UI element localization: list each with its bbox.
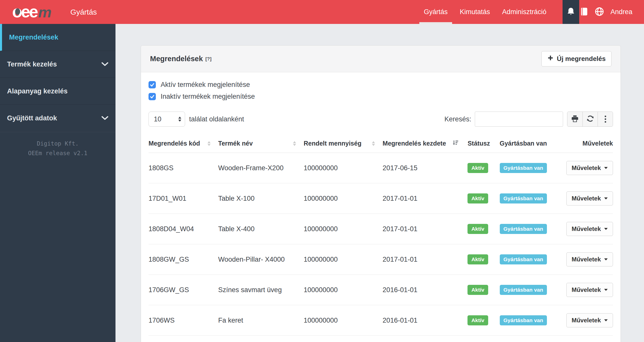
bell-icon <box>566 7 576 17</box>
sidebar-item-label: Gyűjtött adatok <box>7 114 57 122</box>
checkbox-inactive-products[interactable] <box>149 93 156 100</box>
navbar-right: Gyártás Kimutatás Adminisztráció <box>418 0 644 24</box>
column-header-gyartasban-van[interactable]: Gyártásban van <box>500 134 562 153</box>
actions-dropdown-button[interactable]: Műveletek <box>566 191 613 206</box>
cell-product-name: Wooden-Pillar- X4000 <box>218 244 304 275</box>
search-input[interactable] <box>475 112 563 127</box>
select-arrows-icon <box>178 117 181 122</box>
status-badge: Aktív <box>467 224 488 234</box>
page-title: Gyártás <box>70 8 97 16</box>
search-area: Keresés: <box>444 112 613 127</box>
table-tools <box>567 112 613 127</box>
cell-start-date: 2017-06-15 <box>383 153 467 183</box>
cell-product-name: Színes savmart üveg <box>218 275 304 305</box>
cell-quantity: 100000000 <box>304 153 383 183</box>
column-header-statusz[interactable]: Státusz <box>467 134 500 153</box>
cell-order-code: 1808D04_W04 <box>149 214 218 244</box>
page-size-label: találat oldalanként <box>189 115 244 123</box>
panel-header: Megrendelések [?] Új megrendelés <box>141 46 621 72</box>
production-badge: Gyártásban van <box>500 193 547 203</box>
language-button[interactable] <box>594 7 604 18</box>
app-logo[interactable]: oee m <box>12 0 52 24</box>
cell-order-code: 1808GS <box>149 153 218 183</box>
main-content: Megrendelések [?] Új megrendelés Aktív t… <box>115 24 644 342</box>
status-badge: Aktív <box>467 163 488 173</box>
print-button[interactable] <box>567 112 582 126</box>
nav-link-gyartas[interactable]: Gyártás <box>418 0 454 24</box>
filter-inactive-products: Inaktív termékek megjelenítése <box>149 93 613 100</box>
column-header-rendelt-mennyiseg[interactable]: Rendelt mennyiség <box>304 134 383 153</box>
cell-start-date: 2017-01-01 <box>383 214 467 244</box>
production-badge: Gyártásban van <box>500 315 547 325</box>
cell-quantity: 100000000 <box>304 183 383 214</box>
printer-icon <box>571 115 579 124</box>
table-row: 17D01_W01 Table X-100 100000000 2017-01-… <box>149 183 613 214</box>
top-navbar: oee m Gyártás Gyártás Kimutatás Adminisz… <box>0 0 644 24</box>
cell-start-date: 2016-01-01 <box>383 275 467 305</box>
cell-quantity: 100000000 <box>304 305 383 336</box>
status-badge: Aktív <box>467 193 488 203</box>
sidebar-item-label: Megrendelések <box>9 33 58 41</box>
actions-dropdown-button[interactable]: Műveletek <box>566 252 613 266</box>
app-version-info: Digitop Kft. OEEm release v2.1 <box>0 132 115 158</box>
checkbox-label: Aktív termékek megjelenítése <box>161 81 250 89</box>
actions-dropdown-button[interactable]: Műveletek <box>566 161 613 175</box>
sidebar-item-gyujtott-adatok[interactable]: Gyűjtött adatok <box>0 105 115 132</box>
cell-start-date: 2017-01-01 <box>383 244 467 275</box>
table-row: 1706GW_GS Színes savmart üveg 100000000 … <box>149 275 613 305</box>
user-menu[interactable]: Andrea <box>610 8 632 16</box>
filter-active-products: Aktív termékek megjelenítése <box>149 81 613 89</box>
production-badge: Gyártásban van <box>500 163 547 173</box>
caret-down-icon <box>604 319 608 321</box>
sidebar-item-termek-kezeles[interactable]: Termék kezelés <box>0 51 115 78</box>
docs-button[interactable] <box>579 7 589 18</box>
caret-down-icon <box>604 167 608 169</box>
sort-icon <box>208 141 211 146</box>
release-version: OEEm release v2.1 <box>0 149 115 158</box>
actions-dropdown-button[interactable]: Műveletek <box>566 313 613 327</box>
cell-start-date: 2017-01-01 <box>383 183 467 214</box>
caret-down-icon <box>604 228 608 230</box>
sort-icon <box>372 141 375 146</box>
production-badge: Gyártásban van <box>500 254 547 264</box>
checkbox-active-products[interactable] <box>149 81 156 88</box>
sidebar-item-alapanyag-kezeles[interactable]: Alapanyag kezelés <box>0 78 115 105</box>
help-link[interactable]: [?] <box>206 56 212 62</box>
search-label: Keresés: <box>444 115 471 123</box>
company-name: Digitop Kft. <box>0 139 115 149</box>
cell-order-code: 1706GW_GS <box>149 275 218 305</box>
page-size-select[interactable]: 10 <box>149 112 185 127</box>
caret-down-icon <box>604 258 608 260</box>
sidebar-item-label: Termék kezelés <box>7 60 57 68</box>
plus-icon <box>547 55 554 63</box>
caret-down-icon <box>604 197 608 199</box>
nav-link-kimutatas[interactable]: Kimutatás <box>454 0 496 24</box>
cell-quantity: 100000000 <box>304 244 383 275</box>
logo-text-m: m <box>38 0 52 24</box>
logo-text-oee: oee <box>12 0 37 24</box>
actions-dropdown-button[interactable]: Műveletek <box>566 283 613 297</box>
nav-link-adminisztracio[interactable]: Adminisztráció <box>496 0 552 24</box>
column-header-muveletek: Műveletek <box>562 134 613 153</box>
more-options-button[interactable] <box>598 112 613 126</box>
new-order-button[interactable]: Új megrendelés <box>541 51 611 66</box>
sort-desc-icon <box>452 139 459 148</box>
status-badge: Aktív <box>467 315 488 325</box>
notifications-button[interactable] <box>563 0 579 24</box>
page-size-value: 10 <box>154 115 161 123</box>
cell-quantity: 100000000 <box>304 214 383 244</box>
globe-icon <box>594 7 604 18</box>
sidebar-item-megrendelesek[interactable]: Megrendelések <box>0 24 115 51</box>
sort-icon <box>293 141 296 146</box>
status-badge: Aktív <box>467 285 488 295</box>
column-header-megrendeles-kezdete[interactable]: Megrendelés kezdete <box>383 134 467 153</box>
cell-product-name: Fa keret <box>218 305 304 336</box>
column-header-termek-nev[interactable]: Termék név <box>218 134 304 153</box>
refresh-icon <box>586 115 594 124</box>
table-row: 1808D04_W04 Table X-400 100000000 2017-0… <box>149 214 613 244</box>
actions-dropdown-button[interactable]: Műveletek <box>566 222 613 236</box>
column-header-megrendeles-kod[interactable]: Megrendelés kód <box>149 134 218 153</box>
orders-panel: Megrendelések [?] Új megrendelés Aktív t… <box>141 45 621 342</box>
refresh-button[interactable] <box>582 112 598 126</box>
chevron-down-icon <box>101 60 108 68</box>
